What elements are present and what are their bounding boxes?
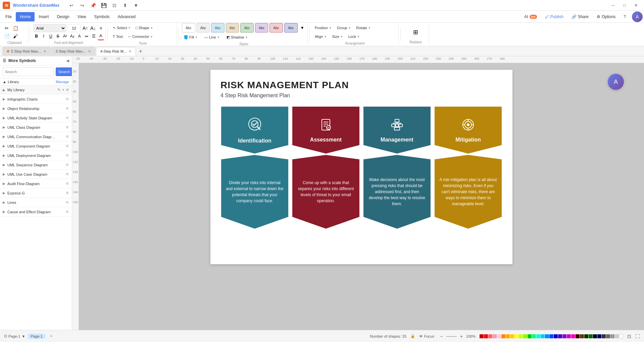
close-icon[interactable]: ✕ [65,162,69,167]
sidebar-item-lines[interactable]: ▶ Lines ✕ [0,198,72,207]
zoom-slider[interactable]: ──── [446,334,457,338]
my-library-add-icon[interactable]: + [62,88,64,92]
color-swatch[interactable] [554,334,558,338]
close-icon[interactable]: ✕ [65,97,69,102]
share-button[interactable]: 🔗 Share [568,12,592,21]
color-swatch[interactable] [488,334,492,338]
close-icon[interactable]: ✕ [65,209,69,214]
card-assessment[interactable]: Assessment Come up with a scale that sep… [292,107,359,229]
minimize-button[interactable]: ─ [608,2,618,9]
close-icon[interactable]: ✕ [65,106,69,111]
menu-file[interactable]: File [1,12,16,21]
color-swatch[interactable] [571,334,575,338]
manage-link[interactable]: Manage [56,80,69,84]
color-swatch[interactable] [576,334,580,338]
color-swatch[interactable] [593,334,597,338]
tab-1-close[interactable]: ✕ [88,49,91,54]
ai-button[interactable]: AI hot [521,12,540,21]
color-swatch[interactable] [497,334,501,338]
close-icon[interactable]: ✕ [65,144,69,149]
fill-button[interactable]: 🪣 Fill ▼ [182,33,200,42]
sidebar-item-audit-flow[interactable]: ▶ Audit Flow Diagram ✕ [0,179,72,188]
sidebar-item-uml-activity[interactable]: ▶ UML Activity State Diagram ✕ [0,113,72,123]
my-library-edit-icon[interactable]: ✎ [57,88,61,92]
style-swatch-1[interactable]: Abc [182,23,195,33]
replace-shape-button[interactable]: ⊞ [407,25,424,40]
menu-home[interactable]: Home [16,12,35,21]
sidebar-item-uml-class[interactable]: ▶ UML Class Diagram ✕ [0,123,72,132]
line-button[interactable]: — Line ▼ [202,33,222,42]
card-mitigation[interactable]: Mitigation A risk mitigation plan is all… [435,107,502,229]
close-icon[interactable]: ✕ [65,153,69,158]
shape-button[interactable]: □ Shape ▼ [134,23,155,32]
style-swatch-2[interactable]: Abc [197,23,210,33]
color-swatch[interactable] [549,334,553,338]
group-button[interactable]: Group ▼ [335,23,353,32]
close-icon[interactable]: ✕ [65,134,69,139]
color-swatch[interactable] [506,334,510,338]
color-swatch[interactable] [610,334,614,338]
align-btn[interactable]: Align ▼ [313,32,329,41]
focus-button[interactable]: 👁 Focus [419,334,434,338]
subscript-button[interactable]: A₂ [69,32,75,40]
color-swatch[interactable] [501,334,505,338]
sidebar-collapse-button[interactable]: ◀ [66,58,69,63]
add-tab-button[interactable]: + [137,47,145,55]
copy-button[interactable]: 📋 [11,24,19,32]
position-button[interactable]: Position ▼ [313,23,334,32]
sidebar-item-uml-deployment[interactable]: ▶ UML Deployment Diagram ✕ [0,151,72,160]
pin-button[interactable]: 📌 [89,1,97,9]
size-button[interactable]: Size ▼ [330,32,345,41]
tab-0-close[interactable]: ✕ [43,49,46,54]
menu-advanced[interactable]: Advanced [114,12,140,21]
menu-insert[interactable]: Insert [35,12,53,21]
sidebar-item-cause-effect[interactable]: ▶ Cause and Effect Diagram ✕ [0,207,72,217]
underline-button[interactable]: U [48,32,54,40]
color-swatch[interactable] [545,334,549,338]
more-button[interactable]: ▼ [132,1,140,9]
font-selector[interactable]: Arial [33,24,66,32]
strikethrough-button[interactable]: S [55,32,61,40]
card-identification[interactable]: Identification Divide your risks into in… [221,107,288,229]
color-swatch[interactable] [532,334,536,338]
close-icon[interactable]: ✕ [65,125,69,130]
color-swatch[interactable] [493,334,497,338]
lock-button[interactable]: Lock ▼ [346,32,362,41]
close-icon[interactable]: ✕ [65,181,69,186]
fit-button[interactable]: ⊡ [627,334,631,339]
style-swatch-4[interactable]: Abc [226,23,239,33]
color-swatch[interactable] [597,334,601,338]
options-button[interactable]: ⚙ Options [593,12,619,21]
color-swatch[interactable] [484,334,488,338]
help-button[interactable]: ? [620,12,629,21]
text-style-button[interactable]: A [76,32,83,40]
cut-button[interactable]: ✂ [3,24,11,32]
sidebar-item-uml-sequence[interactable]: ▶ UML Sequence Diagram ✕ [0,160,72,170]
italic-button[interactable]: I [40,32,47,40]
save-button[interactable]: 💾 [100,1,108,9]
tab-2-close[interactable]: ✕ [129,49,132,54]
style-swatch-5[interactable]: Abc [240,23,254,33]
text-button[interactable]: T Text [111,32,125,41]
color-swatch[interactable] [519,334,523,338]
color-swatch[interactable] [528,334,532,338]
page-type-arrow[interactable]: ▼ [21,334,25,338]
color-swatch[interactable] [523,334,527,338]
zoom-out-button[interactable]: − [438,333,445,340]
color-swatch[interactable] [567,334,571,338]
color-swatch[interactable] [541,334,545,338]
color-swatch[interactable] [602,334,606,338]
format-painter-button[interactable]: 🖌 [11,32,19,40]
align-button[interactable]: ≡ [98,24,104,32]
list-button[interactable]: ≔ [83,32,90,40]
color-swatch[interactable] [619,334,623,338]
bold-button[interactable]: B [33,32,40,40]
search-button[interactable]: Search [56,67,72,76]
color-swatch[interactable] [589,334,593,338]
rotate-button[interactable]: Rotate ▼ [354,23,373,32]
styles-expand-button[interactable]: ▼ [299,24,306,32]
sidebar-item-my-library[interactable]: ▶ My Library ✎ + ✕ [0,86,72,95]
close-icon[interactable]: ✕ [65,115,69,120]
color-swatch[interactable] [562,334,566,338]
list2-button[interactable]: ☰ [90,32,97,40]
